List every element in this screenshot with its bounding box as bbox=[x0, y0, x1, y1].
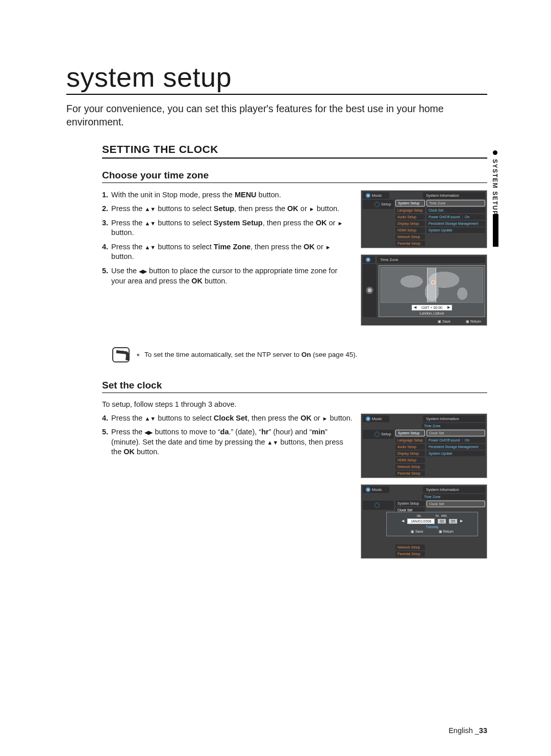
page-title: system setup bbox=[66, 61, 487, 95]
side-tab: SYSTEM SETUP bbox=[491, 150, 498, 216]
note-icon bbox=[112, 347, 130, 362]
page-footer: English _33 bbox=[448, 726, 487, 735]
up-icon bbox=[144, 204, 150, 213]
city-label: London, Lisbon bbox=[381, 311, 483, 315]
side-tab-mark bbox=[493, 214, 498, 247]
return-label: Return bbox=[439, 530, 454, 534]
subsection-timezone: Choose your time zone bbox=[102, 170, 487, 183]
map-pin-icon bbox=[431, 280, 435, 284]
step-num: 2. bbox=[102, 204, 108, 214]
step-num: 5. bbox=[102, 266, 108, 286]
gear-icon bbox=[374, 202, 380, 207]
right-icon bbox=[322, 414, 328, 422]
gmt-value: GMT + 00:00 bbox=[412, 305, 452, 310]
subsection-clock: Set the clock bbox=[102, 380, 487, 393]
gear-icon bbox=[374, 432, 380, 437]
side-tab-label: SYSTEM SETUP bbox=[491, 159, 498, 216]
down-icon bbox=[150, 204, 156, 213]
right-icon bbox=[309, 204, 315, 213]
screenshot-timezone-map: Time Zone GMT + 00:00 London, Lisbon Sav… bbox=[361, 254, 487, 326]
screenshot-clockset-menu: Music System Information Time Zone Setup… bbox=[361, 413, 487, 478]
step-text: Press the buttons to select Setup, then … bbox=[111, 204, 339, 214]
step-num: 4. bbox=[102, 242, 108, 262]
step-text: Use the button to place the cursor to th… bbox=[111, 266, 353, 286]
music-icon bbox=[366, 416, 370, 421]
down-icon bbox=[150, 243, 156, 251]
up-icon bbox=[144, 243, 150, 251]
music-icon bbox=[366, 257, 370, 262]
right-icon bbox=[325, 243, 331, 251]
return-label: Return bbox=[466, 320, 481, 324]
note-row: To set the time automatically, set the N… bbox=[112, 347, 487, 362]
side-tab-dot bbox=[493, 150, 497, 155]
right-icon bbox=[143, 267, 147, 275]
up-icon bbox=[144, 219, 150, 227]
left-icon bbox=[139, 267, 143, 275]
wheel-icon bbox=[366, 286, 373, 294]
music-icon bbox=[366, 193, 370, 198]
steps-clock: 4. Press the buttons to select Clock Set… bbox=[102, 413, 353, 457]
gear-icon bbox=[374, 503, 380, 508]
step-text: With the unit in Stop mode, press the ME… bbox=[111, 190, 281, 200]
bullet-icon bbox=[137, 352, 139, 357]
screenshot-clockset-popup: Music System Information Time Zone Syste… bbox=[361, 484, 487, 559]
up-icon bbox=[267, 438, 273, 446]
hour-value: 02 bbox=[438, 519, 446, 524]
step-num: 3. bbox=[102, 218, 108, 238]
up-icon bbox=[144, 414, 150, 422]
down-icon bbox=[150, 219, 156, 227]
step-text: Press the buttons to select Time Zone, t… bbox=[111, 242, 353, 262]
music-icon bbox=[366, 487, 370, 492]
save-label: Save bbox=[411, 530, 423, 534]
lead-text: To setup, follow steps 1 through 3 above… bbox=[102, 400, 487, 408]
section-heading: SETTING THE CLOCK bbox=[102, 143, 487, 159]
step-num: 4. bbox=[102, 413, 108, 424]
right-icon bbox=[337, 219, 343, 227]
min-value: 05 bbox=[449, 519, 457, 524]
save-label: Save bbox=[438, 320, 450, 324]
world-map bbox=[381, 267, 483, 303]
day-value: Tuesday bbox=[426, 525, 439, 529]
step-text: Press the buttons to move to “da.” (date… bbox=[111, 427, 353, 457]
down-icon bbox=[272, 438, 278, 446]
step-text: Press the buttons to select System Setup… bbox=[111, 218, 353, 238]
down-icon bbox=[150, 414, 156, 422]
step-num: 5. bbox=[102, 427, 108, 457]
screenshot-timezone-menu: Music System Information Setup System Se… bbox=[361, 190, 487, 248]
step-num: 1. bbox=[102, 190, 108, 200]
intro-text: For your convenience, you can set this p… bbox=[66, 102, 487, 129]
step-text: Press the buttons to select Clock Set, t… bbox=[111, 413, 353, 424]
date-value: JAN/01/2008 bbox=[407, 518, 435, 524]
steps-timezone: 1. With the unit in Stop mode, press the… bbox=[102, 190, 353, 286]
